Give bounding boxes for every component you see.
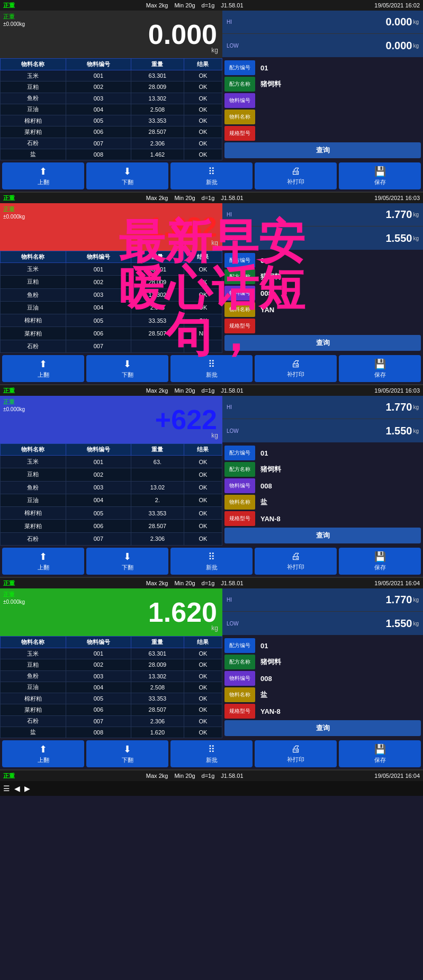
tool-button-新批[interactable]: ⠿新批 [170,548,253,575]
header-info: J1.58.01 [221,195,243,201]
tool-label: 上翻 [38,178,49,186]
table-cell: 鱼粉 [1,288,66,301]
final-header-info: d=1g [202,773,215,779]
hi-unit: kg [413,212,419,217]
query-button[interactable]: 查询 [224,528,421,543]
table-cell: OK [184,81,222,93]
tool-button-保存[interactable]: 💾保存 [339,162,421,189]
table-cell: 13.302 [131,288,184,301]
panel-1: 正重 Max 2kgMin 20gd=1gJ1.58.01 19/05/2021… [0,0,423,193]
final-header-center: Max 2kgMin 20gd=1gJ1.58.01 [146,773,244,779]
query-button[interactable]: 查询 [224,142,421,158]
table-row: 石粉0072.306OK [1,715,222,727]
info-row: 规格型号 [224,319,421,333]
table-cell: OK [184,104,222,115]
table-cell: 007 [66,340,131,352]
tool-button-上翻[interactable]: ⬆上翻 [2,355,84,382]
info-label: 规格型号 [224,511,255,526]
table-cell: 33.353 [131,115,184,126]
final-header-left: 正重 [3,772,15,780]
query-button[interactable]: 查询 [224,720,421,736]
header-center: Max 2kgMin 20gd=1gJ1.58.01 [146,195,244,201]
table-cell: OK [184,704,222,715]
hi-label: HI [227,404,240,410]
info-row: 配方编号 01 [224,446,421,460]
tool-label: 补打印 [287,563,304,571]
table-cell: 菜籽粕 [1,327,66,340]
low-display: LOW 1.550 kg [222,612,423,635]
table-cell: OK [184,301,222,314]
query-button[interactable]: 查询 [224,335,421,351]
table-header: 物料编号 [66,251,131,263]
tool-button-上翻[interactable]: ⬆上翻 [2,162,84,189]
info-value: YAN [257,302,421,317]
tool-button-上翻[interactable]: ⬆上翻 [2,740,84,767]
table-row: 玉米00163.301OK [1,648,222,659]
nav-icon[interactable]: ▶ [24,784,30,793]
final-header-info: Max 2kg [146,773,168,779]
table-cell: 004 [66,301,131,314]
tool-button-上翻[interactable]: ⬆上翻 [2,548,84,575]
tool-button-下翻[interactable]: ⬇下翻 [86,162,168,189]
table-cell: 007 [66,138,131,149]
tool-button-补打印[interactable]: 🖨补打印 [255,548,337,575]
tool-button-保存[interactable]: 💾保存 [339,548,421,575]
table-cell: 33.353 [131,693,184,704]
nav-icon[interactable]: ◀ [14,784,20,793]
tool-icon: ⠿ [208,743,215,755]
tool-button-新批[interactable]: ⠿新批 [170,355,253,382]
tool-button-新批[interactable]: ⠿新批 [170,162,253,189]
info-row: 配方名称 猪饲料 [224,269,421,284]
info-label: 物料编号 [224,478,255,493]
table-cell: 006 [66,704,131,715]
table-cell: OK [184,149,222,160]
hi-display: HI 0.000 kg [222,11,423,34]
tool-button-新批[interactable]: ⠿新批 [170,740,253,767]
tool-button-保存[interactable]: 💾保存 [339,355,421,382]
tool-icon: ⬆ [39,166,47,177]
nav-icon[interactable]: ☰ [3,784,10,793]
header-info: Min 20g [174,2,195,8]
table-cell: 玉米 [1,648,66,659]
table-cell: 63. [131,456,184,468]
table-row: 鱼粉00313.302OK [1,670,222,682]
weight-display: 正重 ±0.000kg +622 kg [0,396,222,443]
table-cell: 28.009 [131,81,184,93]
table-cell: 001 [66,70,131,81]
tool-button-下翻[interactable]: ⬇下翻 [86,548,168,575]
info-value: 猪饲料 [257,269,421,284]
table-cell: 28.507 [131,126,184,138]
tool-icon: 🖨 [291,743,301,755]
table-cell: 豆油 [1,104,66,115]
tool-button-补打印[interactable]: 🖨补打印 [255,355,337,382]
tool-button-补打印[interactable]: 🖨补打印 [255,162,337,189]
right-display: HI 1.770 kg LOW 1.550 kg [222,588,423,636]
tool-icon: ⠿ [208,551,215,562]
table-header: 物料名称 [1,637,66,648]
hi-value: 1.770 [244,594,412,606]
table-header: 重量 [131,59,184,70]
table-cell: 豆粕 [1,276,66,288]
main-display-area: 正重 ±0.000kg 0.000 kg HI 0.000 kg LOW 0.0… [0,11,423,58]
tool-label: 下翻 [122,371,133,379]
header-left: 正重 [3,2,15,10]
table-cell [184,340,222,352]
table-cell: 石粉 [1,340,66,352]
info-row: 配方名称 猪饲料 [224,77,421,92]
table-cell: OK [184,115,222,126]
table-cell: 007 [66,715,131,727]
table-row: 玉米00163.301OK [1,263,222,276]
tool-button-下翻[interactable]: ⬇下翻 [86,355,168,382]
table-cell: OK [184,138,222,149]
table-cell: 2.508 [131,301,184,314]
table-cell: 棉籽粕 [1,314,66,327]
tool-label: 保存 [374,178,386,186]
table-cell: OK [184,263,222,276]
tool-button-补打印[interactable]: 🖨补打印 [255,740,337,767]
main-display-area: 正重 ±0.000kg 1.882 kg HI 1.770 kg LOW 1.5… [0,203,423,251]
table-cell: 28.009 [131,659,184,670]
table-row: 菜籽粕00628.507OK [1,520,222,532]
table-row: 豆油0042.508OK [1,104,222,115]
tool-button-保存[interactable]: 💾保存 [339,740,421,767]
tool-button-下翻[interactable]: ⬇下翻 [86,740,168,767]
